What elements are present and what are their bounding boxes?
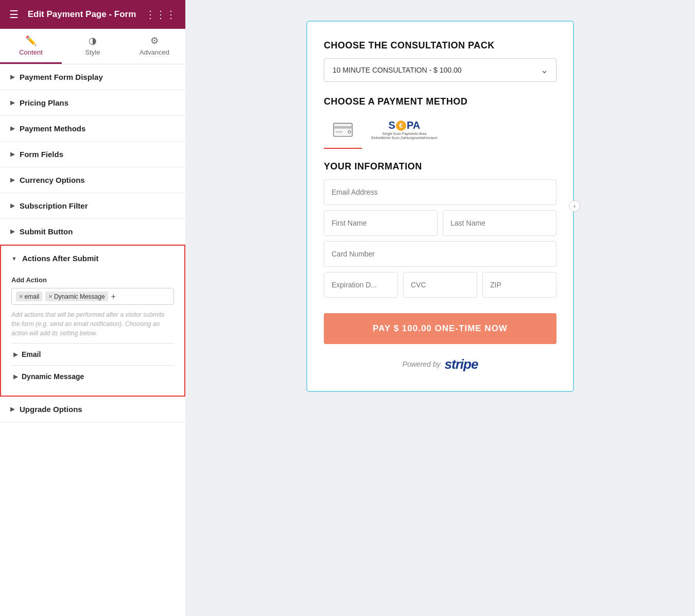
payment-method-title: CHOOSE A PAYMENT METHOD (324, 96, 557, 107)
sidebar: ☰ Edit Payment Page - Form ⋮⋮⋮ ✏️ Conten… (0, 0, 185, 616)
accordion-label-payment-form-display: Payment Form Display (20, 73, 103, 81)
first-name-field[interactable] (324, 210, 438, 236)
accordion-label-form-fields: Form Fields (20, 150, 63, 159)
tab-advanced[interactable]: ⚙ Advanced (124, 29, 185, 64)
tag-dynamic-message-label: Dynamic Message (54, 293, 105, 300)
arrow-down-icon: ▼ (11, 255, 17, 262)
actions-content: Add Action × email × Dynamic Message + A… (1, 271, 184, 396)
last-name-field[interactable] (443, 210, 557, 236)
accordion-label-currency-options: Currency Options (20, 176, 85, 184)
form-card: CHOOSE THE CONSULTATION PACK 10 MINUTE C… (306, 21, 574, 392)
consultation-title: CHOOSE THE CONSULTATION PACK (324, 40, 557, 51)
sub-accordion-label-dynamic-message: Dynamic Message (22, 372, 84, 381)
accordion-upgrade-options: ▶ Upgrade Options (0, 397, 185, 422)
accordion-header-pricing-plans[interactable]: ▶ Pricing Plans (0, 90, 185, 115)
svg-rect-1 (334, 126, 352, 129)
main-content: CHOOSE THE CONSULTATION PACK 10 MINUTE C… (185, 0, 695, 616)
tag-email-label: email (25, 293, 40, 300)
arrow-icon: ▶ (10, 151, 14, 158)
tab-style[interactable]: ◑ Style (62, 29, 124, 64)
payment-methods-section: CHOOSE A PAYMENT METHOD (324, 96, 557, 149)
tab-content-label: Content (19, 48, 43, 56)
arrow-icon: ▶ (10, 99, 14, 106)
accordion-header-actions-after-submit[interactable]: ▼ Actions After Submit (1, 246, 184, 271)
accordion-header-payment-methods[interactable]: ▶ Payment Methods (0, 116, 185, 141)
action-tags-input[interactable]: × email × Dynamic Message + (11, 288, 174, 305)
collapse-handle[interactable]: ‹ (569, 200, 580, 212)
powered-by: Powered by stripe (324, 356, 557, 372)
accordion-submit-button: ▶ Submit Button (0, 219, 185, 245)
accordion-label-subscription-filter: Subscription Filter (20, 201, 88, 210)
accordion-label-payment-methods: Payment Methods (20, 124, 85, 133)
grid-icon[interactable]: ⋮⋮⋮ (145, 8, 176, 21)
plan-select-wrapper: 10 MINUTE CONSULTATION - $ 100.00 ⌄ (324, 58, 557, 82)
tag-dynamic-message[interactable]: × Dynamic Message (45, 292, 108, 301)
svg-rect-0 (334, 124, 352, 136)
arrow-icon: ▶ (10, 202, 14, 209)
zip-field[interactable] (482, 272, 557, 298)
add-action-label: Add Action (11, 276, 174, 284)
arrow-icon: ▶ (10, 125, 14, 132)
tab-content[interactable]: ✏️ Content (0, 29, 62, 64)
sub-accordion-label-email: Email (22, 350, 41, 358)
sub-accordion-header-email[interactable]: ▶ Email (11, 344, 174, 365)
accordion-header-payment-form-display[interactable]: ▶ Payment Form Display (0, 64, 185, 90)
accordion-pricing-plans: ▶ Pricing Plans (0, 90, 185, 116)
tab-style-label: Style (85, 48, 100, 56)
plan-select[interactable]: 10 MINUTE CONSULTATION - $ 100.00 (324, 58, 557, 82)
accordion-header-subscription-filter[interactable]: ▶ Subscription Filter (0, 193, 185, 218)
accordion-label-upgrade-options: Upgrade Options (20, 405, 82, 414)
arrow-icon: ▶ (10, 406, 14, 413)
card-details-row (324, 272, 557, 298)
action-description: Add actions that will be performed after… (11, 310, 174, 338)
accordion-header-submit-button[interactable]: ▶ Submit Button (0, 219, 185, 244)
tag-email-remove[interactable]: × (19, 293, 23, 300)
accordion-label-submit-button: Submit Button (20, 227, 73, 236)
arrow-icon: ▶ (10, 228, 14, 235)
pay-button[interactable]: PAY $ 100.00 ONE-TIME NOW (324, 313, 557, 344)
gear-icon: ⚙ (150, 35, 159, 46)
accordion-header-currency-options[interactable]: ▶ Currency Options (0, 167, 185, 193)
accordion-label-actions-after-submit: Actions After Submit (22, 254, 99, 263)
tab-advanced-label: Advanced (140, 48, 169, 56)
payment-icons-row: S€PA Single Euro Payments AreaEinheitlic… (324, 114, 557, 149)
sidebar-title: Edit Payment Page - Form (28, 9, 136, 20)
arrow-icon: ▶ (10, 177, 14, 183)
arrow-icon: ▶ (10, 74, 14, 80)
sepa-logo: S€PA Single Euro Payments AreaEinheitlic… (371, 119, 438, 141)
your-info-section: YOUR INFORMATION (324, 161, 557, 298)
tag-email[interactable]: × email (16, 292, 42, 301)
accordion-actions-after-submit: ▼ Actions After Submit Add Action × emai… (0, 245, 185, 397)
accordion-payment-methods: ▶ Payment Methods (0, 116, 185, 142)
credit-card-icon (333, 123, 353, 137)
sepa-payment-button[interactable]: S€PA Single Euro Payments AreaEinheitlic… (362, 114, 447, 149)
sidebar-tabs: ✏️ Content ◑ Style ⚙ Advanced (0, 29, 185, 64)
powered-by-text: Powered by (403, 360, 441, 368)
accordion-form-fields: ▶ Form Fields (0, 142, 185, 167)
card-payment-button[interactable] (324, 114, 362, 149)
arrow-icon: ▶ (13, 373, 18, 380)
sidebar-header: ☰ Edit Payment Page - Form ⋮⋮⋮ (0, 0, 185, 29)
sub-accordion-dynamic-message: ▶ Dynamic Message (11, 365, 174, 387)
sub-accordion-header-dynamic-message[interactable]: ▶ Dynamic Message (11, 366, 174, 387)
cvc-field[interactable] (403, 272, 477, 298)
arrow-icon: ▶ (13, 351, 18, 358)
pencil-icon: ✏️ (25, 35, 37, 46)
expiry-field[interactable] (324, 272, 398, 298)
your-info-title: YOUR INFORMATION (324, 161, 557, 172)
accordion-header-upgrade-options[interactable]: ▶ Upgrade Options (0, 397, 185, 422)
card-number-field[interactable] (324, 241, 557, 267)
accordion-payment-form-display: ▶ Payment Form Display (0, 64, 185, 90)
tag-dynamic-message-remove[interactable]: × (48, 293, 53, 300)
add-tag-button[interactable]: + (111, 292, 116, 301)
sub-accordion-email: ▶ Email (11, 343, 174, 365)
name-row (324, 210, 557, 236)
accordion-label-pricing-plans: Pricing Plans (20, 98, 68, 107)
accordion-subscription-filter: ▶ Subscription Filter (0, 193, 185, 219)
stripe-logo: stripe (445, 356, 478, 372)
accordion-header-form-fields[interactable]: ▶ Form Fields (0, 142, 185, 167)
accordion-currency-options: ▶ Currency Options (0, 167, 185, 193)
hamburger-icon[interactable]: ☰ (9, 8, 19, 21)
svg-rect-2 (336, 131, 342, 133)
email-field[interactable] (324, 179, 557, 205)
